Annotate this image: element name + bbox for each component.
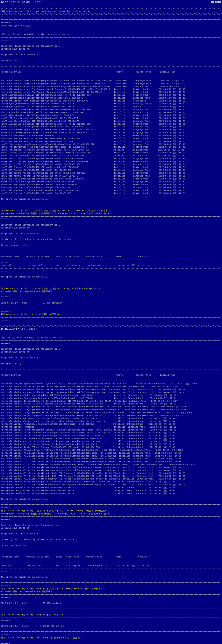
title-bar: ■ 관리자: 인터넷 wim 설치 - 현황판 ─ □ ✕: [0, 0, 222, 4]
window-frame: ■ 관리자: 인터넷 wim 설치 - 현황판 ─ □ ✕ //////////…: [0, 0, 222, 644]
window-title: 관리자: 인터넷 wim 설치 - 현황판: [4, 0, 41, 3]
minimize-button[interactable]: ─: [211, 0, 214, 3]
title-bar-controls[interactable]: ─ □ ✕: [211, 0, 221, 3]
title-bar-left: ■ 관리자: 인터넷 wim 설치 - 현황판: [1, 0, 41, 3]
close-button[interactable]: ✕: [218, 0, 221, 3]
maximize-button[interactable]: □: [214, 0, 218, 3]
app-icon: ■: [1, 0, 4, 3]
console-output: ////////////////////////////////////////…: [0, 4, 222, 644]
console-text: ////////////////////////////////////////…: [1, 7, 221, 644]
